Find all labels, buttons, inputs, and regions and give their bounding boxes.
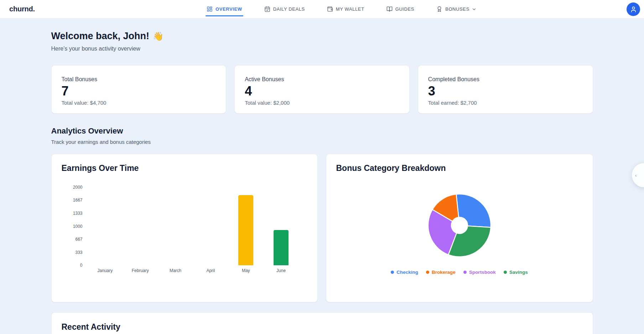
donut-slice-savings[interactable] bbox=[448, 226, 490, 257]
legend-dot bbox=[504, 271, 507, 274]
tab-overview-label: OVERVIEW bbox=[215, 6, 242, 12]
tab-bonuses-label: BONUSES bbox=[445, 6, 469, 12]
legend-dot bbox=[426, 271, 429, 274]
calendar-icon bbox=[264, 6, 270, 12]
y-axis-tick: 333 bbox=[75, 250, 82, 255]
stat-card-active-bonuses: Active Bonuses 4 Total value: $2,000 bbox=[234, 65, 410, 114]
tab-daily-deals[interactable]: DAILY DEALS bbox=[264, 0, 305, 18]
y-axis-tick: 1000 bbox=[73, 224, 83, 229]
legend-item-checking[interactable]: Checking bbox=[391, 270, 418, 275]
legend-item-sportsbook[interactable]: Sportsbook bbox=[463, 270, 496, 275]
tab-guides-label: GUIDES bbox=[395, 6, 414, 12]
analytics-section-subtitle: Track your earnings and bonus categories bbox=[51, 139, 593, 145]
y-axis-tick: 2000 bbox=[73, 185, 83, 190]
stat-value: 4 bbox=[245, 84, 399, 98]
tab-my-wallet[interactable]: MY WALLET bbox=[327, 0, 364, 18]
x-axis-label: April bbox=[193, 268, 228, 273]
book-open-icon bbox=[386, 6, 393, 12]
bar-plot: JanuaryFebruaryMarchAprilMayJune 0333667… bbox=[88, 187, 299, 265]
stat-card-completed-bonuses: Completed Bonuses 3 Total earned: $2,700 bbox=[418, 65, 593, 114]
donut-wrap bbox=[426, 192, 493, 259]
main-content: Welcome back, John! 👋 Here's your bonus … bbox=[51, 19, 593, 334]
page-subtitle: Here's your bonus activity overview bbox=[51, 46, 593, 52]
x-axis-label: January bbox=[88, 268, 123, 273]
legend-item-brokerage[interactable]: Brokerage bbox=[426, 270, 456, 275]
wallet-icon bbox=[327, 6, 333, 12]
donut-chart bbox=[426, 192, 493, 259]
earnings-chart-title: Earnings Over Time bbox=[62, 163, 139, 173]
page-title: Welcome back, John! 👋 bbox=[51, 19, 593, 42]
tab-daily-deals-label: DAILY DEALS bbox=[273, 6, 305, 12]
main-nav: OVERVIEW DAILY DEALS MY WALLET GUIDES BO… bbox=[207, 0, 477, 18]
y-axis-tick: 1667 bbox=[73, 198, 83, 203]
y-axis-tick: 0 bbox=[80, 263, 83, 268]
recent-activity-card: Recent Activity bbox=[51, 312, 593, 334]
legend-label: Checking bbox=[396, 270, 418, 275]
y-axis-tick: 667 bbox=[75, 237, 82, 242]
stats-row: Total Bonuses 7 Total value: $4,700 Acti… bbox=[51, 65, 593, 114]
brand-logo[interactable]: churnd. bbox=[9, 5, 35, 13]
legend-dot bbox=[391, 271, 394, 274]
y-axis-tick: 1333 bbox=[73, 211, 83, 216]
stat-detail: Total value: $4,700 bbox=[62, 100, 216, 106]
chevron-down-icon bbox=[472, 7, 477, 12]
donut-legend: CheckingBrokerageSportsbookSavings bbox=[326, 270, 593, 275]
category-chart-title: Bonus Category Breakdown bbox=[336, 163, 446, 173]
tab-overview[interactable]: OVERVIEW bbox=[207, 0, 242, 18]
stat-label: Active Bonuses bbox=[245, 76, 399, 83]
award-icon bbox=[436, 6, 442, 12]
user-icon bbox=[630, 6, 637, 13]
charts-row: Earnings Over Time JanuaryFebruaryMarchA… bbox=[51, 154, 593, 302]
stat-detail: Total earned: $2,700 bbox=[428, 100, 583, 106]
recent-activity-title: Recent Activity bbox=[62, 322, 583, 332]
welcome-text: Welcome back, John! bbox=[51, 31, 150, 42]
earnings-chart-card: Earnings Over Time JanuaryFebruaryMarchA… bbox=[51, 154, 318, 302]
wave-emoji: 👋 bbox=[153, 31, 163, 41]
bar-xlabels: JanuaryFebruaryMarchAprilMayJune bbox=[88, 268, 299, 273]
category-chart-card: Bonus Category Breakdown CheckingBrokera… bbox=[326, 154, 593, 302]
tab-bonuses[interactable]: BONUSES bbox=[436, 0, 477, 18]
tab-guides[interactable]: GUIDES bbox=[386, 0, 414, 18]
stat-label: Completed Bonuses bbox=[428, 76, 583, 83]
chevron-left-icon: ‹ bbox=[635, 173, 637, 178]
analytics-section-title: Analytics Overview bbox=[51, 126, 593, 136]
legend-dot bbox=[463, 271, 467, 274]
stat-detail: Total value: $2,000 bbox=[245, 100, 399, 106]
x-axis-label: February bbox=[123, 268, 158, 273]
legend-label: Brokerage bbox=[432, 270, 456, 275]
bar-june[interactable] bbox=[274, 230, 289, 265]
legend-label: Savings bbox=[509, 270, 528, 275]
dashboard-grid-icon bbox=[207, 6, 213, 12]
legend-item-savings[interactable]: Savings bbox=[504, 270, 528, 275]
stat-card-total-bonuses: Total Bonuses 7 Total value: $4,700 bbox=[51, 65, 227, 114]
x-axis-label: May bbox=[228, 268, 264, 273]
header: churnd. OVERVIEW DAILY DEALS MY WALLET G… bbox=[0, 0, 644, 19]
floating-handle[interactable]: ‹ bbox=[632, 163, 644, 187]
stat-value: 3 bbox=[428, 84, 583, 98]
stat-label: Total Bonuses bbox=[62, 76, 216, 83]
x-axis-label: March bbox=[158, 268, 193, 273]
legend-label: Sportsbook bbox=[469, 270, 496, 275]
tab-my-wallet-label: MY WALLET bbox=[336, 6, 364, 12]
stat-value: 7 bbox=[62, 84, 216, 98]
donut-slice-checking[interactable] bbox=[456, 194, 490, 227]
x-axis-label: June bbox=[264, 268, 299, 273]
user-avatar-button[interactable] bbox=[627, 2, 640, 16]
bar-may[interactable] bbox=[238, 195, 253, 265]
